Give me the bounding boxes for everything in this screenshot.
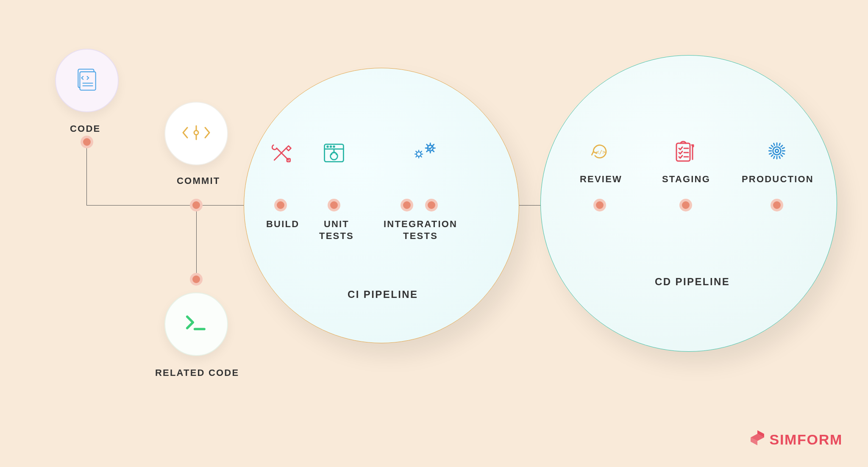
connector-line: [86, 142, 87, 206]
staging-label: STAGING: [662, 173, 710, 185]
pipeline-dot-unit: [328, 199, 340, 211]
review-label: REVIEW: [580, 173, 622, 185]
integration-tests-icon: [411, 138, 439, 165]
ci-pipeline-label: CI PIPELINE: [348, 288, 418, 301]
cd-pipeline-label: CD PIPELINE: [655, 275, 730, 288]
build-label: BUILD: [266, 218, 299, 230]
unit-tests-label: UNIT TESTS: [319, 218, 354, 242]
pipeline-dot-code: [81, 136, 93, 148]
connector-line: [196, 205, 197, 279]
build-icon: [270, 141, 293, 167]
production-icon: [765, 139, 789, 164]
svg-point-27: [775, 149, 778, 152]
pipeline-dot-integration-a: [401, 199, 413, 211]
terminal-icon: [184, 314, 208, 335]
pipeline-dot-staging: [679, 199, 692, 211]
commit-label: COMMIT: [177, 175, 220, 187]
pipeline-dot-review: [593, 199, 606, 211]
review-icon: </>: [588, 140, 612, 165]
code-icon: [74, 67, 100, 95]
integration-tests-label: INTEGRATION TESTS: [384, 218, 457, 242]
production-label: PRODUCTION: [742, 173, 814, 185]
svg-point-15: [334, 146, 335, 147]
unit-tests-icon: [322, 141, 346, 167]
pipeline-dot-integration-b: [425, 199, 438, 211]
pipeline-dot-build: [274, 199, 287, 211]
svg-point-19: [417, 152, 421, 156]
brand-logo-icon: [748, 429, 766, 450]
commit-node: [164, 102, 228, 165]
svg-point-14: [330, 146, 331, 147]
svg-text:</>: </>: [596, 149, 606, 155]
svg-rect-1: [80, 72, 95, 90]
svg-point-26: [773, 147, 781, 155]
related-code-label: RELATED CODE: [155, 367, 239, 379]
brand-name: SIMFORM: [770, 431, 843, 448]
pipeline-dot-commit: [190, 199, 203, 211]
pipeline-dot-production: [771, 199, 783, 211]
staging-icon: [673, 139, 698, 166]
svg-line-8: [274, 148, 286, 160]
pipeline-dot-related: [190, 273, 203, 286]
related-code-node: [164, 292, 228, 356]
brand-logo: SIMFORM: [748, 429, 843, 450]
svg-point-13: [327, 146, 328, 147]
code-label: CODE: [70, 123, 100, 135]
code-node: [55, 49, 119, 112]
commit-icon: [181, 124, 211, 143]
